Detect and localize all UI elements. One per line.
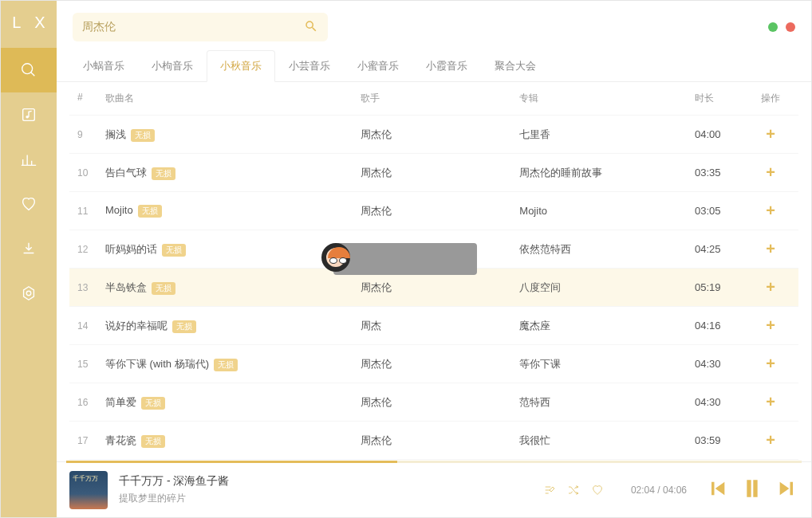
sidebar: L X bbox=[1, 1, 57, 517]
shuffle-icon[interactable] bbox=[567, 484, 580, 496]
app-logo: L X bbox=[7, 14, 49, 32]
row-album: 魔杰座 bbox=[519, 319, 695, 333]
add-button[interactable]: + bbox=[751, 316, 790, 335]
nav-settings[interactable] bbox=[1, 271, 57, 316]
table-row[interactable]: 9搁浅无损周杰伦七里香04:00+ bbox=[69, 116, 798, 154]
header-action: 操作 bbox=[751, 92, 790, 105]
floating-overlay bbox=[333, 243, 477, 275]
prev-button[interactable] bbox=[706, 477, 728, 502]
row-num: 13 bbox=[77, 282, 105, 293]
nav-search[interactable] bbox=[1, 48, 57, 92]
svg-line-1 bbox=[31, 73, 35, 77]
tab-source-6[interactable]: 聚合大会 bbox=[481, 50, 550, 82]
play-controls bbox=[706, 476, 798, 504]
tab-source-1[interactable]: 小枸音乐 bbox=[138, 50, 207, 82]
row-name: 说好的幸福呢无损 bbox=[105, 319, 361, 333]
album-art[interactable]: 千千万万 bbox=[69, 471, 108, 509]
lossless-badge: 无损 bbox=[131, 129, 155, 142]
header-name: 歌曲名 bbox=[105, 92, 361, 105]
lossless-badge: 无损 bbox=[172, 320, 196, 333]
tab-source-2[interactable]: 小秋音乐 bbox=[207, 50, 275, 82]
svg-marker-4 bbox=[24, 287, 34, 300]
add-button[interactable]: + bbox=[751, 163, 790, 182]
row-artist: 周杰伦 bbox=[361, 434, 520, 448]
nav-favorites[interactable] bbox=[1, 182, 57, 226]
lossless-badge: 无损 bbox=[141, 397, 165, 410]
row-artist: 周杰 bbox=[361, 319, 520, 333]
add-button[interactable]: + bbox=[751, 431, 790, 449]
track-title: 千千万万 - 深海鱼子酱 bbox=[119, 474, 229, 489]
source-tabs: 小蜗音乐小枸音乐小秋音乐小芸音乐小蜜音乐小霞音乐聚合大会 bbox=[57, 49, 811, 82]
track-subtitle: 提取梦里的碎片 bbox=[119, 492, 229, 505]
add-button[interactable]: + bbox=[751, 278, 790, 296]
tab-source-0[interactable]: 小蜗音乐 bbox=[69, 50, 138, 82]
row-name: 简单爱无损 bbox=[105, 395, 361, 410]
tab-source-5[interactable]: 小霞音乐 bbox=[412, 50, 481, 82]
close-button[interactable] bbox=[786, 22, 795, 32]
add-button[interactable]: + bbox=[751, 355, 790, 373]
row-num: 17 bbox=[77, 435, 105, 446]
row-duration: 04:00 bbox=[695, 128, 751, 140]
row-album: 周杰伦的睡前故事 bbox=[519, 166, 695, 180]
row-artist: 周杰伦 bbox=[361, 166, 520, 180]
lossless-badge: 无损 bbox=[138, 205, 162, 218]
row-artist: 周杰伦 bbox=[361, 281, 520, 295]
row-album: 七里香 bbox=[519, 128, 695, 142]
lossless-badge: 无损 bbox=[214, 359, 238, 371]
row-duration: 04:25 bbox=[695, 243, 751, 255]
lossless-badge: 无损 bbox=[152, 282, 175, 295]
table-row[interactable]: 14说好的幸福呢无损周杰魔杰座04:16+ bbox=[69, 307, 798, 345]
tab-source-3[interactable]: 小芸音乐 bbox=[275, 50, 344, 82]
progress-bar[interactable] bbox=[66, 461, 802, 463]
row-album: 我很忙 bbox=[519, 434, 695, 448]
row-num: 10 bbox=[77, 167, 105, 179]
time-display: 02:04 / 04:06 bbox=[631, 485, 687, 496]
row-album: 依然范特西 bbox=[519, 242, 695, 257]
pause-button[interactable] bbox=[739, 476, 765, 504]
header-num: # bbox=[77, 92, 105, 105]
lossless-badge: 无损 bbox=[141, 435, 165, 448]
row-album: 范特西 bbox=[519, 395, 695, 410]
row-num: 14 bbox=[77, 320, 105, 332]
add-button[interactable]: + bbox=[751, 240, 790, 258]
row-num: 11 bbox=[77, 206, 105, 217]
add-button[interactable]: + bbox=[751, 125, 790, 143]
row-album: 等你下课 bbox=[519, 357, 695, 371]
svg-point-0 bbox=[22, 64, 33, 74]
nav-downloads[interactable] bbox=[1, 226, 57, 271]
row-artist: 周杰伦 bbox=[361, 128, 520, 142]
row-duration: 04:30 bbox=[695, 396, 751, 408]
add-button[interactable]: + bbox=[751, 393, 790, 411]
favorite-icon[interactable] bbox=[591, 484, 604, 496]
next-button[interactable] bbox=[776, 477, 798, 502]
row-name: 等你下课 (with 杨瑞代)无损 bbox=[105, 357, 361, 371]
table-row[interactable]: 17青花瓷无损周杰伦我很忙03:59+ bbox=[69, 422, 798, 460]
lossless-badge: 无损 bbox=[152, 167, 175, 180]
main-content: 小蜗音乐小枸音乐小秋音乐小芸音乐小蜜音乐小霞音乐聚合大会 # 歌曲名 歌手 专辑… bbox=[57, 1, 811, 517]
header-artist: 歌手 bbox=[361, 92, 520, 105]
header-album: 专辑 bbox=[519, 92, 695, 105]
search-input[interactable] bbox=[82, 21, 304, 33]
row-artist: 周杰伦 bbox=[361, 204, 520, 218]
search-button[interactable] bbox=[304, 19, 318, 36]
lyrics-icon[interactable] bbox=[543, 484, 556, 496]
table-row[interactable]: 10告白气球无损周杰伦周杰伦的睡前故事03:35+ bbox=[69, 154, 798, 192]
svg-point-5 bbox=[26, 291, 31, 296]
table-row[interactable]: 11Mojito无损周杰伦Mojito03:05+ bbox=[69, 192, 798, 230]
avatar-icon bbox=[321, 243, 353, 275]
search-box bbox=[73, 13, 328, 41]
header-duration: 时长 bbox=[695, 92, 751, 105]
row-duration: 03:35 bbox=[695, 167, 751, 179]
track-info: 千千万万 - 深海鱼子酱 提取梦里的碎片 bbox=[119, 474, 229, 505]
table-header: # 歌曲名 歌手 专辑 时长 操作 bbox=[69, 82, 798, 116]
table-row[interactable]: 16简单爱无损周杰伦范特西04:30+ bbox=[69, 383, 798, 422]
topbar bbox=[57, 1, 811, 49]
nav-music-library[interactable] bbox=[1, 92, 57, 137]
tab-source-4[interactable]: 小蜜音乐 bbox=[344, 50, 412, 82]
row-duration: 03:59 bbox=[695, 434, 751, 446]
table-row[interactable]: 15等你下课 (with 杨瑞代)无损周杰伦等你下课04:30+ bbox=[69, 345, 798, 383]
minimize-button[interactable] bbox=[768, 22, 778, 32]
add-button[interactable]: + bbox=[751, 202, 790, 220]
row-name: 告白气球无损 bbox=[105, 166, 361, 180]
nav-charts[interactable] bbox=[1, 137, 57, 182]
